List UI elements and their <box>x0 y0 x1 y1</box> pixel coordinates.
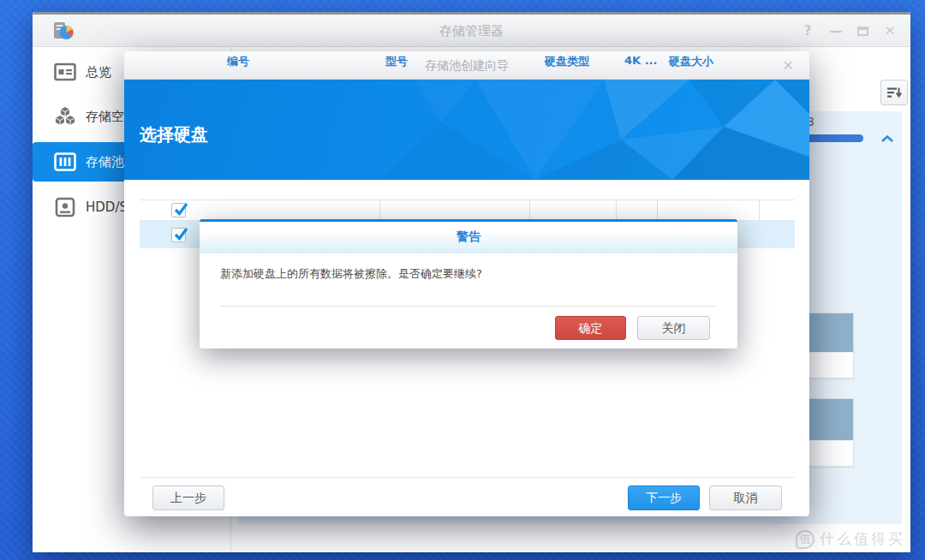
warning-title: 警告 <box>200 222 737 253</box>
sidebar-item-label: 总览 <box>86 64 111 80</box>
column-divider <box>616 200 617 221</box>
cancel-button[interactable]: 取消 <box>709 486 782 510</box>
watermark-text: 什么值得买 <box>820 529 905 549</box>
disk-table-header <box>140 200 795 221</box>
help-icon[interactable]: ? <box>801 23 815 39</box>
main-window-titlebar[interactable]: 存储管理器 ? — ✕ <box>33 12 910 47</box>
window-controls: ? — ✕ <box>801 15 897 47</box>
confirm-button[interactable]: 确定 <box>555 316 626 340</box>
column-header-number[interactable]: 编号 <box>227 54 249 69</box>
wizard-footer-divider <box>140 477 795 478</box>
check-icon <box>173 226 188 241</box>
watermark: 值 什么值得买 <box>796 529 905 549</box>
column-divider <box>759 200 760 221</box>
select-all-checkbox[interactable] <box>171 203 186 217</box>
sort-button[interactable] <box>880 80 908 105</box>
warning-divider <box>220 306 717 307</box>
row-checkbox[interactable] <box>171 228 186 242</box>
warning-message: 新添加硬盘上的所有数据将被擦除。是否确定要继续? <box>220 266 482 282</box>
storage-volume-icon <box>53 106 77 127</box>
overview-icon <box>53 62 77 82</box>
column-header-disk-size[interactable]: 硬盘大小 <box>669 54 713 69</box>
chevron-up-icon[interactable] <box>880 130 894 146</box>
close-icon[interactable]: ✕ <box>883 23 897 39</box>
next-step-button[interactable]: 下一步 <box>628 486 700 510</box>
storage-pool-icon <box>53 152 77 172</box>
wizard-close-icon[interactable]: ✕ <box>783 51 794 80</box>
warning-dialog: 警告 新添加硬盘上的所有数据将被擦除。是否确定要继续? 确定 关闭 <box>200 219 737 349</box>
sidebar-item-label: 存储池 <box>86 154 124 170</box>
column-header-model[interactable]: 型号 <box>385 54 408 69</box>
sort-descending-icon <box>886 86 902 99</box>
column-divider <box>529 200 530 221</box>
minimize-icon[interactable]: — <box>829 23 843 39</box>
wizard-banner <box>124 80 809 180</box>
wizard-step-title: 选择硬盘 <box>140 123 208 146</box>
window-title: 存储管理器 <box>33 15 910 47</box>
maximize-icon[interactable] <box>857 27 868 36</box>
hdd-icon <box>53 197 77 217</box>
close-button[interactable]: 关闭 <box>637 316 710 340</box>
check-icon <box>173 201 188 217</box>
column-header-4k[interactable]: 4K ... <box>624 54 657 67</box>
column-header-disk-type[interactable]: 硬盘类型 <box>545 54 589 69</box>
column-divider <box>379 200 380 221</box>
column-divider <box>657 200 658 221</box>
previous-step-button[interactable]: 上一步 <box>152 486 224 510</box>
banner-polygon-art <box>124 80 809 180</box>
desktop-background: 存储管理器 ? — ✕ 总览 <box>0 0 925 560</box>
watermark-logo: 值 <box>796 530 815 549</box>
